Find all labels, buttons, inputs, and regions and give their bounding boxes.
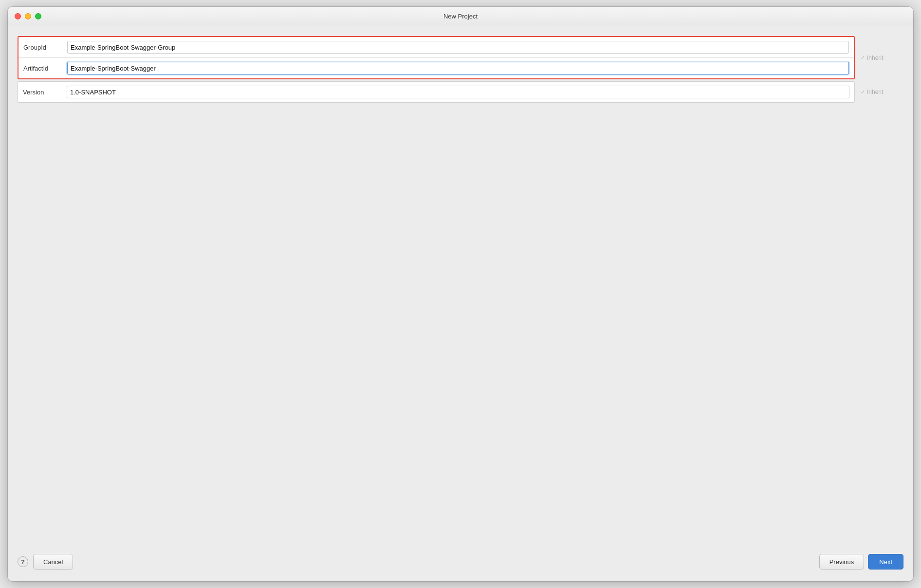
inherit-label-version: Inherit [867,89,883,95]
next-button[interactable]: Next [868,554,903,570]
version-label: Version [23,89,67,96]
groupid-inherit: ✓ Inherit [861,47,883,69]
main-window: New Project GroupId ArtifactId ✓ [8,7,913,581]
top-form-section: GroupId ArtifactId ✓ Inherit [18,36,903,79]
content-area: GroupId ArtifactId ✓ Inherit [8,26,913,542]
previous-button[interactable]: Previous [819,554,865,570]
groupid-label: GroupId [23,44,67,51]
artifactid-input[interactable] [67,62,849,74]
footer-right: Previous Next [819,554,903,570]
version-row: Version [18,82,854,102]
maximize-button[interactable] [35,13,41,19]
footer: ? Cancel Previous Next [8,542,913,581]
close-button[interactable] [15,13,21,19]
window-title: New Project [443,13,478,20]
group-artifact-container: GroupId ArtifactId [18,36,855,79]
footer-left: ? Cancel [18,554,73,570]
traffic-lights [15,13,41,19]
minimize-button[interactable] [25,13,31,19]
version-input[interactable] [67,86,849,98]
help-button[interactable]: ? [18,556,28,567]
groupid-row: GroupId [18,37,854,57]
version-section: Version ✓ Inherit [18,81,903,103]
inherit-column: ✓ Inherit [855,36,903,79]
title-bar: New Project [8,7,913,26]
groupid-input[interactable] [67,41,849,54]
artifactid-row: ArtifactId [18,57,854,78]
artifactid-label: ArtifactId [23,65,67,72]
inherit-label-groupid: Inherit [867,55,883,61]
version-container: Version [18,81,855,103]
checkmark-icon: ✓ [861,55,865,61]
version-inherit: ✓ Inherit [855,89,903,95]
cancel-button[interactable]: Cancel [33,554,73,570]
version-checkmark-icon: ✓ [861,89,865,95]
